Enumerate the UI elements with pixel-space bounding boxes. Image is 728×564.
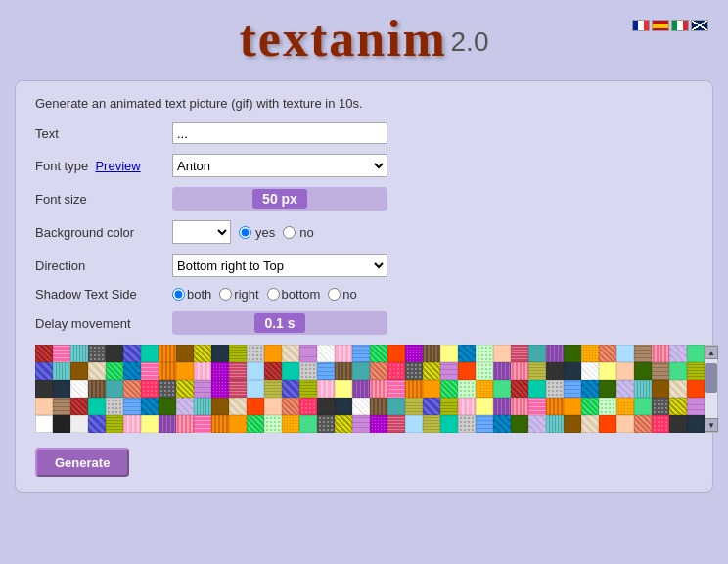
texture-cell[interactable] (476, 415, 493, 433)
texture-cell[interactable] (423, 380, 440, 398)
texture-cell[interactable] (299, 380, 317, 398)
texture-cell[interactable] (88, 345, 106, 362)
texture-cell[interactable] (211, 398, 229, 415)
texture-cell[interactable] (141, 362, 159, 380)
texture-cell[interactable] (616, 380, 634, 398)
bg-yes-radio[interactable] (239, 226, 251, 239)
texture-cell[interactable] (599, 398, 616, 415)
texture-cell[interactable] (405, 362, 423, 380)
texture-cell[interactable] (476, 345, 493, 362)
texture-cell[interactable] (440, 415, 458, 433)
texture-cell[interactable] (405, 415, 423, 433)
texture-cell[interactable] (546, 345, 564, 362)
flag-en[interactable] (691, 20, 708, 31)
texture-cell[interactable] (176, 415, 194, 433)
texture-cell[interactable] (370, 415, 387, 433)
texture-cell[interactable] (493, 362, 511, 380)
texture-cell[interactable] (669, 345, 687, 362)
texture-cell[interactable] (247, 398, 264, 415)
font-preview-link[interactable]: Preview (95, 159, 140, 173)
flag-it[interactable] (671, 20, 689, 31)
texture-cell[interactable] (634, 398, 652, 415)
texture-cell[interactable] (247, 345, 264, 362)
texture-cell[interactable] (299, 362, 317, 380)
texture-cell[interactable] (476, 380, 493, 398)
texture-cell[interactable] (123, 380, 141, 398)
texture-cell[interactable] (194, 415, 211, 433)
shadow-bottom-radio[interactable] (267, 288, 280, 301)
texture-cell[interactable] (335, 362, 352, 380)
texture-cell[interactable] (123, 345, 141, 362)
texture-cell[interactable] (229, 345, 247, 362)
texture-cell[interactable] (387, 362, 405, 380)
texture-cell[interactable] (493, 380, 511, 398)
texture-cell[interactable] (264, 380, 282, 398)
texture-cell[interactable] (35, 345, 53, 362)
texture-cell[interactable] (423, 362, 440, 380)
texture-cell[interactable] (634, 380, 652, 398)
texture-cell[interactable] (476, 398, 493, 415)
texture-cell[interactable] (423, 398, 440, 415)
texture-cell[interactable] (458, 415, 476, 433)
texture-cell[interactable] (229, 415, 247, 433)
texture-cell[interactable] (53, 362, 70, 380)
texture-cell[interactable] (123, 415, 141, 433)
texture-cell[interactable] (352, 380, 370, 398)
texture-cell[interactable] (264, 362, 282, 380)
texture-cell[interactable] (581, 380, 599, 398)
texture-cell[interactable] (528, 398, 546, 415)
texture-cell[interactable] (53, 345, 70, 362)
texture-cell[interactable] (194, 345, 211, 362)
texture-cell[interactable] (405, 398, 423, 415)
texture-scrollbar[interactable]: ▲ ▼ (705, 345, 718, 433)
texture-cell[interactable] (88, 362, 106, 380)
texture-cell[interactable] (564, 345, 581, 362)
shadow-right-radio[interactable] (219, 288, 232, 301)
texture-cell[interactable] (511, 362, 528, 380)
texture-cell[interactable] (282, 415, 299, 433)
texture-cell[interactable] (299, 398, 317, 415)
texture-cell[interactable] (528, 362, 546, 380)
texture-cell[interactable] (264, 345, 282, 362)
texture-cell[interactable] (616, 362, 634, 380)
texture-cell[interactable] (335, 398, 352, 415)
texture-cell[interactable] (35, 415, 53, 433)
texture-cell[interactable] (70, 362, 88, 380)
texture-cell[interactable] (669, 362, 687, 380)
texture-cell[interactable] (546, 398, 564, 415)
texture-cell[interactable] (634, 415, 652, 433)
texture-cell[interactable] (616, 415, 634, 433)
texture-cell[interactable] (440, 380, 458, 398)
text-input[interactable] (172, 122, 387, 144)
texture-cell[interactable] (546, 415, 564, 433)
texture-cell[interactable] (159, 345, 176, 362)
texture-cell[interactable] (194, 362, 211, 380)
scroll-down-button[interactable]: ▼ (705, 418, 718, 432)
texture-cell[interactable] (317, 380, 335, 398)
texture-cell[interactable] (387, 415, 405, 433)
texture-cell[interactable] (53, 415, 70, 433)
texture-cell[interactable] (370, 380, 387, 398)
font-size-slider[interactable]: 50 px (172, 187, 387, 211)
texture-cell[interactable] (370, 362, 387, 380)
texture-cell[interactable] (317, 398, 335, 415)
texture-cell[interactable] (247, 415, 264, 433)
scroll-thumb[interactable] (705, 363, 717, 393)
texture-cell[interactable] (687, 380, 705, 398)
bg-color-select[interactable]: white black red (172, 220, 231, 244)
texture-cell[interactable] (141, 380, 159, 398)
texture-cell[interactable] (194, 398, 211, 415)
texture-cell[interactable] (652, 362, 669, 380)
texture-cell[interactable] (581, 345, 599, 362)
texture-cell[interactable] (211, 415, 229, 433)
texture-cell[interactable] (229, 380, 247, 398)
texture-cell[interactable] (229, 398, 247, 415)
texture-cell[interactable] (458, 362, 476, 380)
bg-no-radio[interactable] (283, 226, 296, 239)
texture-cell[interactable] (564, 398, 581, 415)
texture-cell[interactable] (352, 362, 370, 380)
texture-cell[interactable] (352, 398, 370, 415)
texture-cell[interactable] (176, 345, 194, 362)
texture-cell[interactable] (88, 380, 106, 398)
texture-cell[interactable] (247, 380, 264, 398)
